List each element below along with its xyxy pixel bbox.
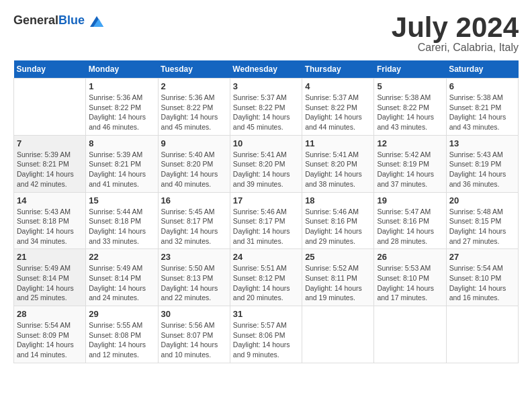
day-info: Sunrise: 5:38 AM Sunset: 8:22 PM Dayligh… (377, 93, 443, 132)
day-number: 24 (233, 252, 299, 262)
day-number: 23 (161, 252, 227, 262)
day-number: 12 (377, 138, 443, 148)
weekday-header-sunday: Sunday (14, 60, 86, 79)
weekday-header-friday: Friday (374, 60, 446, 79)
day-cell: 11Sunrise: 5:41 AM Sunset: 8:20 PM Dayli… (302, 135, 374, 192)
day-number: 29 (89, 309, 154, 319)
day-cell: 28Sunrise: 5:54 AM Sunset: 8:09 PM Dayli… (14, 306, 86, 363)
day-number: 20 (449, 195, 515, 205)
day-info: Sunrise: 5:49 AM Sunset: 8:14 PM Dayligh… (17, 263, 83, 303)
week-row-4: 21Sunrise: 5:49 AM Sunset: 8:14 PM Dayli… (14, 249, 519, 306)
weekday-header-thursday: Thursday (302, 60, 374, 79)
day-cell (14, 79, 86, 136)
day-number: 5 (377, 81, 443, 91)
day-number: 15 (89, 195, 154, 205)
title-block: July 2024 Careri, Calabria, Italy (392, 13, 519, 54)
day-info: Sunrise: 5:54 AM Sunset: 8:09 PM Dayligh… (17, 320, 83, 360)
day-info: Sunrise: 5:43 AM Sunset: 8:18 PM Dayligh… (17, 207, 83, 246)
day-number: 17 (233, 195, 299, 205)
logo-icon (90, 16, 103, 27)
day-cell (446, 306, 518, 363)
day-cell: 18Sunrise: 5:46 AM Sunset: 8:16 PM Dayli… (302, 192, 374, 249)
day-info: Sunrise: 5:50 AM Sunset: 8:13 PM Dayligh… (161, 263, 227, 303)
day-cell (374, 306, 446, 363)
day-info: Sunrise: 5:57 AM Sunset: 8:06 PM Dayligh… (233, 320, 299, 360)
day-info: Sunrise: 5:45 AM Sunset: 8:17 PM Dayligh… (161, 207, 227, 246)
day-cell: 31Sunrise: 5:57 AM Sunset: 8:06 PM Dayli… (230, 306, 302, 363)
day-cell: 26Sunrise: 5:53 AM Sunset: 8:10 PM Dayli… (374, 249, 446, 306)
day-cell: 22Sunrise: 5:49 AM Sunset: 8:14 PM Dayli… (86, 249, 158, 306)
logo: GeneralBlue (13, 13, 103, 28)
logo-blue-text: Blue (58, 13, 85, 27)
day-number: 19 (377, 195, 443, 205)
day-info: Sunrise: 5:53 AM Sunset: 8:10 PM Dayligh… (377, 263, 443, 303)
day-number: 16 (161, 195, 227, 205)
day-cell: 21Sunrise: 5:49 AM Sunset: 8:14 PM Dayli… (14, 249, 86, 306)
day-info: Sunrise: 5:54 AM Sunset: 8:10 PM Dayligh… (449, 263, 515, 303)
weekday-header-saturday: Saturday (446, 60, 518, 79)
day-cell: 16Sunrise: 5:45 AM Sunset: 8:17 PM Dayli… (158, 192, 230, 249)
day-info: Sunrise: 5:41 AM Sunset: 8:20 PM Dayligh… (233, 150, 299, 189)
day-number: 30 (161, 309, 227, 319)
day-cell: 25Sunrise: 5:52 AM Sunset: 8:11 PM Dayli… (302, 249, 374, 306)
day-cell: 2Sunrise: 5:36 AM Sunset: 8:22 PM Daylig… (158, 79, 230, 136)
day-info: Sunrise: 5:37 AM Sunset: 8:22 PM Dayligh… (305, 93, 371, 132)
day-cell: 14Sunrise: 5:43 AM Sunset: 8:18 PM Dayli… (14, 192, 86, 249)
day-cell: 30Sunrise: 5:56 AM Sunset: 8:07 PM Dayli… (158, 306, 230, 363)
weekday-header-wednesday: Wednesday (230, 60, 302, 79)
day-cell: 6Sunrise: 5:38 AM Sunset: 8:21 PM Daylig… (446, 79, 518, 136)
day-cell: 4Sunrise: 5:37 AM Sunset: 8:22 PM Daylig… (302, 79, 374, 136)
day-number: 13 (449, 138, 515, 148)
day-cell: 24Sunrise: 5:51 AM Sunset: 8:12 PM Dayli… (230, 249, 302, 306)
day-info: Sunrise: 5:48 AM Sunset: 8:15 PM Dayligh… (449, 207, 515, 246)
logo-general-text: General (13, 13, 58, 27)
day-info: Sunrise: 5:38 AM Sunset: 8:21 PM Dayligh… (449, 93, 515, 132)
day-cell: 1Sunrise: 5:36 AM Sunset: 8:22 PM Daylig… (86, 79, 158, 136)
day-cell: 12Sunrise: 5:42 AM Sunset: 8:19 PM Dayli… (374, 135, 446, 192)
week-row-3: 14Sunrise: 5:43 AM Sunset: 8:18 PM Dayli… (14, 192, 519, 249)
day-number: 14 (17, 195, 83, 205)
day-cell (302, 306, 374, 363)
day-cell: 5Sunrise: 5:38 AM Sunset: 8:22 PM Daylig… (374, 79, 446, 136)
day-info: Sunrise: 5:52 AM Sunset: 8:11 PM Dayligh… (305, 263, 371, 303)
day-number: 22 (89, 252, 154, 262)
day-info: Sunrise: 5:55 AM Sunset: 8:08 PM Dayligh… (89, 320, 154, 360)
day-info: Sunrise: 5:43 AM Sunset: 8:19 PM Dayligh… (449, 150, 515, 189)
day-info: Sunrise: 5:39 AM Sunset: 8:21 PM Dayligh… (17, 150, 83, 189)
day-number: 2 (161, 81, 227, 91)
weekday-row: SundayMondayTuesdayWednesdayThursdayFrid… (14, 60, 519, 79)
day-info: Sunrise: 5:49 AM Sunset: 8:14 PM Dayligh… (89, 263, 154, 303)
day-info: Sunrise: 5:46 AM Sunset: 8:17 PM Dayligh… (233, 207, 299, 246)
weekday-header-tuesday: Tuesday (158, 60, 230, 79)
week-row-5: 28Sunrise: 5:54 AM Sunset: 8:09 PM Dayli… (14, 306, 519, 363)
day-info: Sunrise: 5:44 AM Sunset: 8:18 PM Dayligh… (89, 207, 154, 246)
day-number: 21 (17, 252, 83, 262)
week-row-1: 1Sunrise: 5:36 AM Sunset: 8:22 PM Daylig… (14, 79, 519, 136)
day-number: 25 (305, 252, 371, 262)
day-cell: 17Sunrise: 5:46 AM Sunset: 8:17 PM Dayli… (230, 192, 302, 249)
day-number: 3 (233, 81, 299, 91)
day-cell: 9Sunrise: 5:40 AM Sunset: 8:20 PM Daylig… (158, 135, 230, 192)
day-number: 27 (449, 252, 515, 262)
day-number: 31 (233, 309, 299, 319)
day-info: Sunrise: 5:47 AM Sunset: 8:16 PM Dayligh… (377, 207, 443, 246)
day-number: 1 (89, 81, 154, 91)
day-info: Sunrise: 5:40 AM Sunset: 8:20 PM Dayligh… (161, 150, 227, 189)
day-number: 26 (377, 252, 443, 262)
day-number: 28 (17, 309, 83, 319)
day-number: 6 (449, 81, 515, 91)
day-cell: 27Sunrise: 5:54 AM Sunset: 8:10 PM Dayli… (446, 249, 518, 306)
day-number: 11 (305, 138, 371, 148)
day-cell: 8Sunrise: 5:39 AM Sunset: 8:21 PM Daylig… (86, 135, 158, 192)
day-info: Sunrise: 5:36 AM Sunset: 8:22 PM Dayligh… (161, 93, 227, 132)
day-info: Sunrise: 5:51 AM Sunset: 8:12 PM Dayligh… (233, 263, 299, 303)
day-info: Sunrise: 5:37 AM Sunset: 8:22 PM Dayligh… (233, 93, 299, 132)
location-subtitle: Careri, Calabria, Italy (392, 42, 519, 54)
page-header: GeneralBlue July 2024 Careri, Calabria, … (13, 13, 519, 54)
day-number: 9 (161, 138, 227, 148)
calendar-table: SundayMondayTuesdayWednesdayThursdayFrid… (13, 60, 519, 363)
day-cell: 13Sunrise: 5:43 AM Sunset: 8:19 PM Dayli… (446, 135, 518, 192)
weekday-header-monday: Monday (86, 60, 158, 79)
day-info: Sunrise: 5:56 AM Sunset: 8:07 PM Dayligh… (161, 320, 227, 360)
day-cell: 20Sunrise: 5:48 AM Sunset: 8:15 PM Dayli… (446, 192, 518, 249)
